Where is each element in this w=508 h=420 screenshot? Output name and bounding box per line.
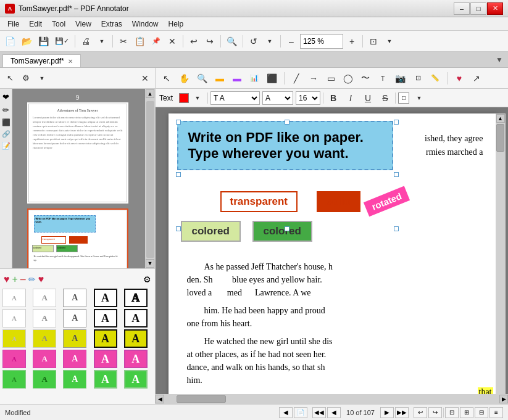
- fav-heart-icon[interactable]: ♥: [38, 274, 44, 285]
- bg-color-swatch[interactable]: □: [398, 93, 409, 104]
- stamp-cell[interactable]: A: [2, 370, 26, 389]
- stamp-tool[interactable]: ⬛: [264, 70, 280, 86]
- nav-prev-button[interactable]: ◀: [327, 407, 341, 418]
- search-button[interactable]: 🔍: [224, 33, 239, 49]
- menu-edit[interactable]: Edit: [24, 19, 47, 30]
- zoom-tool[interactable]: 🔍: [194, 70, 210, 86]
- rotate-dropdown[interactable]: ▼: [262, 33, 277, 49]
- undo-button[interactable]: ↩: [186, 33, 201, 49]
- status-view1[interactable]: ⊡: [445, 407, 459, 418]
- stamp-cell[interactable]: A: [94, 309, 117, 327]
- chart-tool[interactable]: 📊: [247, 70, 262, 86]
- stamp-icon[interactable]: ⬛: [2, 118, 10, 126]
- freehand-tool[interactable]: 〜: [358, 70, 373, 86]
- stamp-cell[interactable]: A: [33, 309, 56, 327]
- thumb10-frame[interactable]: Write on PDF like on paper. Type whereve…: [27, 208, 128, 268]
- left-settings-dropdown[interactable]: ▼: [35, 70, 49, 86]
- status-right1[interactable]: ↩: [414, 407, 427, 418]
- stamp-cell[interactable]: A: [2, 329, 26, 348]
- open-button[interactable]: 📂: [19, 33, 35, 49]
- select-tool[interactable]: ↖: [159, 70, 174, 86]
- tab-close-icon[interactable]: ✕: [68, 58, 73, 65]
- maximize-button[interactable]: □: [470, 2, 486, 15]
- horizontal-scrollbar[interactable]: ◀ ▶: [156, 394, 508, 404]
- menu-view[interactable]: View: [70, 19, 96, 30]
- arrow-tool[interactable]: →: [306, 70, 321, 86]
- print-dropdown[interactable]: ▼: [94, 33, 109, 49]
- line-tool[interactable]: ╱: [289, 70, 304, 86]
- minimize-button[interactable]: –: [454, 2, 470, 15]
- text-color-swatch[interactable]: [179, 93, 189, 103]
- stamp-cell[interactable]: A: [33, 370, 56, 389]
- underline-tool[interactable]: ▬: [230, 70, 244, 86]
- rotate-left-button[interactable]: ↺: [246, 33, 261, 49]
- underline-button[interactable]: U: [360, 90, 375, 106]
- left-cursor-button[interactable]: ↖: [2, 70, 17, 86]
- close-button[interactable]: ✕: [487, 2, 503, 15]
- bookmark-icon[interactable]: ❤: [2, 93, 9, 102]
- save-all-button[interactable]: 💾✓: [52, 33, 72, 49]
- handle-br[interactable]: [394, 226, 399, 231]
- view-dropdown[interactable]: ▼: [382, 33, 397, 49]
- ellipse-tool[interactable]: ◯: [341, 70, 356, 86]
- stamp-cell[interactable]: A: [94, 350, 117, 368]
- note-icon[interactable]: 📝: [2, 142, 10, 150]
- status-view3[interactable]: ⊟: [475, 407, 488, 418]
- stamp-cell[interactable]: A: [124, 329, 148, 348]
- status-icon2[interactable]: 📄: [294, 407, 307, 418]
- status-view2[interactable]: ⊞: [460, 407, 473, 418]
- paste-button[interactable]: 📌: [149, 33, 164, 49]
- edit-stamp-icon[interactable]: ✏: [28, 274, 36, 284]
- handle-tl[interactable]: [176, 120, 181, 125]
- zoom-select[interactable]: 125 %: [300, 34, 343, 49]
- menu-window[interactable]: Window: [127, 19, 164, 30]
- stamp-cell[interactable]: A: [124, 350, 148, 368]
- measure-tool[interactable]: 📏: [428, 70, 443, 86]
- remove-stamp-icon[interactable]: –: [20, 274, 26, 285]
- bg-color-dropdown[interactable]: ▼: [412, 90, 427, 106]
- handle-tm[interactable]: [285, 120, 289, 125]
- thumb9-frame[interactable]: Adventures of Tom Sawyer Lorem ipsum dol…: [27, 102, 128, 204]
- menu-file[interactable]: File: [2, 19, 24, 30]
- highlight-tool[interactable]: ▬: [212, 70, 227, 86]
- pdf-view[interactable]: ished, they agree rmies marched a Write …: [156, 107, 508, 394]
- status-menu[interactable]: ≡: [489, 407, 503, 418]
- stamp-cell[interactable]: A: [63, 370, 86, 389]
- handle-ml[interactable]: [176, 172, 181, 177]
- stamp-cell[interactable]: A: [63, 289, 86, 307]
- delete-button[interactable]: ✕: [165, 33, 180, 49]
- nav-last-button[interactable]: ▶▶: [395, 407, 409, 418]
- nav-first-button[interactable]: ◀◀: [312, 407, 326, 418]
- font-size-select[interactable]: 16: [296, 91, 320, 105]
- new-button[interactable]: 📄: [2, 33, 18, 49]
- stamp-cell[interactable]: A: [63, 309, 86, 327]
- bold-button[interactable]: B: [326, 90, 341, 106]
- hand-tool[interactable]: ✋: [177, 70, 192, 86]
- save-button[interactable]: 💾: [36, 33, 51, 49]
- cut-button[interactable]: ✂: [116, 33, 131, 49]
- fav-tool[interactable]: ♥: [452, 70, 467, 86]
- heart-icon[interactable]: ♥: [4, 274, 10, 285]
- left-settings-button[interactable]: ⚙: [19, 70, 33, 86]
- view-mode-button[interactable]: ⊡: [366, 33, 381, 49]
- nav-next-button[interactable]: ▶: [380, 407, 394, 418]
- font-family-select[interactable]: T A: [210, 91, 260, 105]
- thumbnail-scrollbar[interactable]: ▲ ▼: [145, 89, 155, 268]
- font-name-select[interactable]: A: [262, 91, 293, 105]
- stamp-cell[interactable]: A: [2, 350, 26, 368]
- stamp-cell[interactable]: A: [63, 329, 86, 348]
- handle-bm[interactable]: [285, 226, 289, 231]
- stamp-cell[interactable]: A: [2, 289, 26, 307]
- stamp-cell[interactable]: A: [124, 370, 148, 389]
- stamp-cell[interactable]: A: [33, 350, 56, 368]
- status-right2[interactable]: ↪: [428, 407, 442, 418]
- menu-tool[interactable]: Tool: [47, 19, 70, 30]
- handle-tr[interactable]: [394, 120, 399, 125]
- stamp-cell[interactable]: A: [2, 309, 26, 327]
- copy-button[interactable]: 📋: [132, 33, 148, 49]
- text-color-dropdown[interactable]: ▼: [190, 90, 205, 106]
- stamp-cell[interactable]: A: [124, 289, 148, 307]
- print-button[interactable]: 🖨: [78, 33, 93, 49]
- crop-tool[interactable]: ⊡: [410, 70, 425, 86]
- stamp-cell[interactable]: A: [33, 329, 56, 348]
